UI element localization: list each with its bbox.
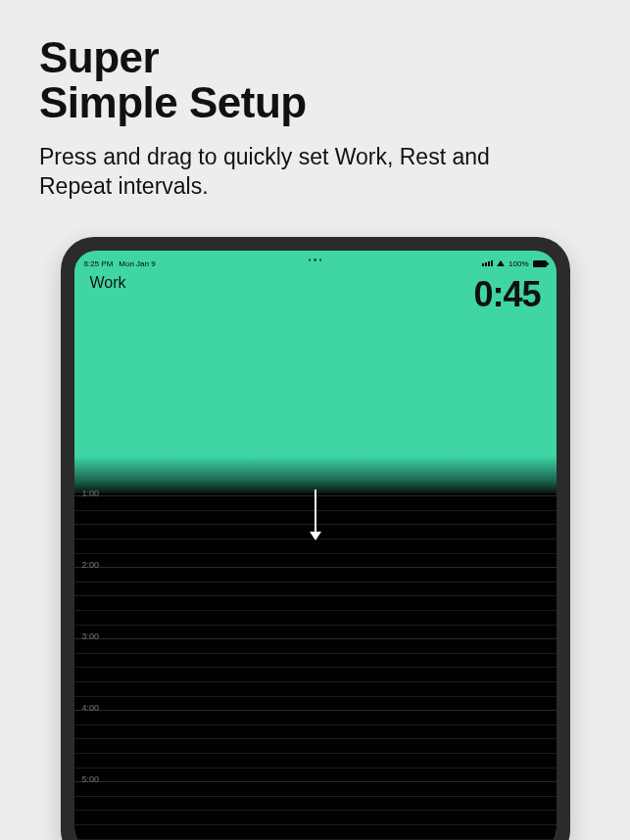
app-screen[interactable]: 8:25 PM Mon Jan 9 100% Work 0: bbox=[74, 251, 557, 840]
tick-major: 2:00 bbox=[74, 567, 557, 568]
cellular-icon bbox=[482, 260, 493, 266]
tick-label: 4:00 bbox=[82, 703, 100, 713]
drag-handle-region[interactable] bbox=[74, 456, 557, 493]
interval-mode-label: Work bbox=[90, 274, 126, 292]
tick-label: 1:00 bbox=[82, 489, 100, 498]
tick-minor bbox=[74, 796, 557, 797]
tick-minor bbox=[74, 510, 557, 511]
tick-minor bbox=[74, 768, 557, 769]
tick-minor bbox=[74, 810, 557, 811]
status-date: Mon Jan 9 bbox=[119, 259, 155, 268]
headline-line-1: Super bbox=[39, 33, 159, 81]
headline: Super Simple Setup bbox=[39, 35, 591, 125]
tick-minor bbox=[74, 696, 557, 697]
tick-minor bbox=[74, 653, 557, 654]
headline-line-2: Simple Setup bbox=[39, 78, 307, 126]
tick-label: 2:00 bbox=[82, 560, 100, 570]
tick-label: 3:00 bbox=[82, 631, 100, 641]
tick-major: 1:00 bbox=[74, 495, 557, 496]
battery-percent: 100% bbox=[509, 259, 528, 268]
tick-minor bbox=[74, 753, 557, 754]
tick-minor bbox=[74, 524, 557, 525]
tick-major: 3:00 bbox=[74, 638, 557, 639]
wifi-icon bbox=[497, 260, 505, 266]
tick-minor bbox=[74, 724, 557, 725]
tick-minor bbox=[74, 610, 557, 611]
tick-minor bbox=[74, 839, 557, 840]
subhead: Press and drag to quickly set Work, Rest… bbox=[39, 143, 568, 202]
multitask-dots-icon bbox=[309, 258, 322, 261]
tick-major: 4:00 bbox=[74, 710, 557, 711]
tick-minor bbox=[74, 738, 557, 739]
tick-minor bbox=[74, 595, 557, 596]
battery-icon bbox=[533, 260, 547, 267]
tick-label: 5:00 bbox=[82, 774, 100, 784]
status-time: 8:25 PM bbox=[84, 259, 114, 268]
status-bar: 8:25 PM Mon Jan 9 100% bbox=[74, 257, 557, 270]
tick-minor bbox=[74, 667, 557, 668]
tick-minor bbox=[74, 553, 557, 554]
tick-minor bbox=[74, 625, 557, 626]
device-frame: 8:25 PM Mon Jan 9 100% Work 0: bbox=[61, 237, 570, 840]
tick-minor bbox=[74, 538, 557, 539]
interval-duration-value: 0:45 bbox=[473, 274, 540, 315]
tick-major: 5:00 bbox=[74, 781, 557, 782]
time-ruler: 1:002:003:004:005:00 bbox=[74, 493, 557, 840]
tick-minor bbox=[74, 824, 557, 825]
tick-minor bbox=[74, 681, 557, 682]
duration-track[interactable]: 1:002:003:004:005:00 bbox=[74, 493, 557, 840]
tick-minor bbox=[74, 582, 557, 583]
